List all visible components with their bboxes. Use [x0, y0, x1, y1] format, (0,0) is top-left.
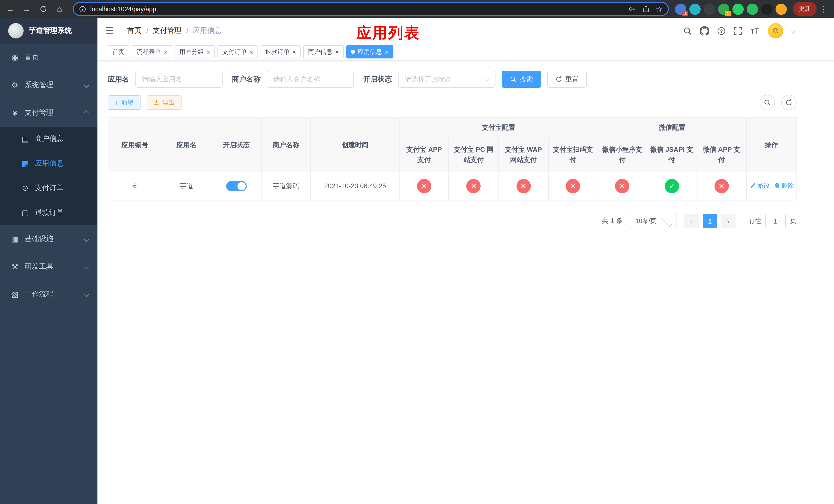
sidebar-item-workflow[interactable]: 工作流程	[0, 280, 97, 308]
font-size-icon[interactable]	[750, 26, 760, 35]
tab-close-icon[interactable]	[249, 48, 253, 55]
forward-icon[interactable]	[20, 2, 34, 16]
alipay-scan-status-icon: ✕	[566, 179, 580, 193]
gear-icon	[10, 81, 20, 90]
chevron-down-icon[interactable]	[790, 28, 795, 33]
yen-icon	[10, 109, 20, 117]
breadcrumb: 首页 / 支付管理 / 应用信息	[127, 26, 222, 36]
browser-menu-icon[interactable]	[819, 4, 829, 14]
refresh-table-button[interactable]	[781, 95, 796, 110]
status-select-placeholder: 请选择开启状态	[405, 75, 481, 84]
extension-dark-icon[interactable]	[704, 3, 715, 15]
github-icon[interactable]	[700, 26, 709, 36]
col-actions: 操作	[747, 118, 796, 172]
reload-icon[interactable]	[36, 2, 50, 16]
merchant-name-label: 商户名称	[232, 75, 261, 84]
tab-app-info[interactable]: 应用信息	[346, 45, 393, 59]
app-table: 应用编号 应用名 开启状态 商户名称 创建时间 支付宝配置 微信配置 操作 支付…	[108, 117, 796, 201]
breadcrumb-home[interactable]: 首页	[127, 26, 141, 36]
tab-user-group[interactable]: 用户分组	[175, 45, 215, 59]
sidebar: 芋道管理系统 首页 系统管理 支付管理	[0, 18, 97, 504]
page-size-select[interactable]: 10条/页	[630, 214, 677, 228]
breadcrumb-payment[interactable]: 支付管理	[153, 26, 181, 36]
extension-green-person-icon[interactable]: 1	[718, 3, 729, 15]
extension-green-chat-icon[interactable]	[732, 3, 744, 15]
workflow-icon	[10, 290, 20, 299]
sidebar-subitem-merchant-info[interactable]: 商户信息	[0, 127, 97, 151]
col-alipay-wap: 支付宝 WAP 网站支付	[499, 137, 548, 172]
col-created: 创建时间	[311, 118, 399, 172]
tab-process-form[interactable]: 流程表单	[132, 45, 172, 59]
col-wechat-jsapi: 微信 JSAPI 支付	[647, 137, 697, 172]
extension-face-icon[interactable]	[775, 3, 787, 15]
back-icon[interactable]	[3, 2, 18, 16]
plus-icon: +	[114, 99, 118, 107]
extension-teal-icon[interactable]	[689, 3, 701, 15]
sidebar-subitem-app-info[interactable]: 应用信息	[0, 151, 97, 176]
site-info-icon[interactable]	[79, 5, 86, 13]
edit-link[interactable]: 修改	[750, 181, 770, 190]
cell-app-name: 芋道	[162, 172, 211, 200]
hamburger-icon[interactable]	[105, 25, 114, 37]
address-bar[interactable]: localhost:1024/pay/app	[73, 2, 669, 16]
tab-close-icon[interactable]	[163, 48, 168, 55]
reset-button[interactable]: 重置	[547, 71, 587, 88]
tab-close-icon[interactable]	[292, 48, 296, 55]
chevron-down-icon	[84, 292, 89, 297]
app-header: 首页 / 支付管理 / 应用信息 应用列表	[97, 18, 834, 44]
col-alipay-pc: 支付宝 PC 网站支付	[449, 137, 499, 172]
page-content: 应用名 商户名称 开启状态 请选择开启状态 搜索 重置	[97, 61, 834, 504]
status-toggle[interactable]	[226, 181, 246, 191]
tab-close-icon[interactable]	[206, 48, 210, 55]
extension-green-square-icon[interactable]	[747, 3, 758, 15]
chevron-down-icon	[84, 264, 89, 269]
chevron-down-icon	[84, 236, 89, 242]
alipay-pc-status-icon: ✕	[466, 179, 481, 193]
help-icon[interactable]	[717, 26, 726, 35]
page-title: 应用列表	[356, 23, 420, 44]
add-button[interactable]: +新增	[108, 95, 140, 110]
next-page-button[interactable]	[721, 214, 736, 228]
sidebar-item-dev-tools[interactable]: 研发工具	[0, 253, 97, 280]
status-select[interactable]: 请选择开启状态	[398, 71, 496, 88]
tab-merchant-info[interactable]: 商户信息	[303, 45, 344, 59]
page-number-1[interactable]: 1	[703, 214, 717, 228]
goto-page-input[interactable]	[765, 214, 786, 228]
tabs-bar: 首页 流程表单 用户分组 支付订单 退款订单 商户信息 应用信息	[97, 44, 834, 61]
export-button[interactable]: 导出	[147, 95, 181, 110]
app-name-input[interactable]	[135, 71, 223, 88]
browser-update-button[interactable]: 更新	[793, 2, 816, 16]
merchant-name-input[interactable]	[267, 71, 354, 88]
search-button[interactable]: 搜索	[502, 71, 541, 88]
prev-page-button[interactable]	[684, 214, 699, 228]
tab-pay-order[interactable]: 支付订单	[218, 45, 258, 59]
bookmark-star-icon[interactable]	[656, 4, 663, 14]
user-avatar[interactable]	[768, 23, 783, 39]
group-alipay-config: 支付宝配置	[399, 118, 598, 137]
toggle-search-button[interactable]	[760, 95, 775, 110]
extension-blue-icon[interactable]: 10	[675, 3, 686, 15]
filter-form: 应用名 商户名称 开启状态 请选择开启状态 搜索 重置	[108, 71, 824, 88]
tab-refund-order[interactable]: 退款订单	[261, 45, 301, 59]
sidebar-item-home[interactable]: 首页	[0, 44, 97, 71]
extension-black-icon[interactable]	[761, 3, 772, 15]
sidebar-subitem-refund-order[interactable]: 退款订单	[0, 201, 97, 225]
tab-home[interactable]: 首页	[108, 45, 129, 59]
chevron-down-icon	[84, 83, 89, 88]
search-icon[interactable]	[683, 26, 692, 35]
sidebar-subitem-pay-order[interactable]: 支付订单	[0, 176, 97, 201]
sidebar-item-infrastructure[interactable]: 基础设施	[0, 225, 97, 253]
home-icon[interactable]	[52, 2, 67, 16]
tab-close-icon[interactable]	[385, 48, 389, 55]
tab-close-icon[interactable]	[335, 48, 339, 55]
infrastructure-icon	[10, 234, 20, 244]
col-merchant: 商户名称	[261, 118, 311, 172]
delete-link[interactable]: 删除	[774, 181, 794, 190]
logo-avatar-image	[8, 23, 24, 39]
password-key-icon[interactable]	[628, 5, 636, 13]
sidebar-item-payment-management[interactable]: 支付管理	[0, 99, 97, 127]
fullscreen-icon[interactable]	[733, 26, 742, 35]
share-icon[interactable]	[642, 5, 650, 13]
sidebar-item-system-management[interactable]: 系统管理	[0, 71, 97, 99]
edit-pencil-icon	[750, 183, 756, 189]
